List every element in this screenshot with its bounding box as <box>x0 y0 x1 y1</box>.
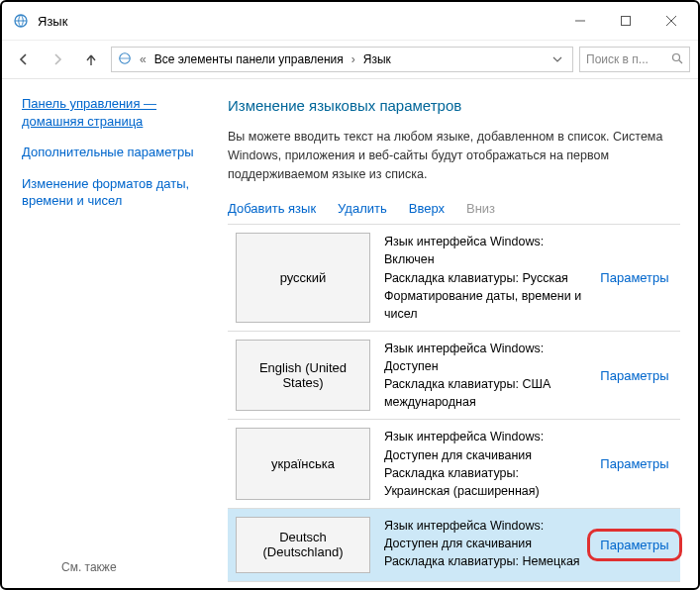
language-toolbar: Добавить язык Удалить Вверх Вниз <box>228 201 680 216</box>
search-icon <box>671 52 683 67</box>
window-title: Язык <box>38 14 67 29</box>
address-bar: « Все элементы панели управления › Язык … <box>2 40 698 79</box>
globe-language-icon <box>12 12 30 30</box>
search-input[interactable]: Поиск в п... <box>579 47 690 72</box>
language-tile[interactable]: українська <box>236 428 370 500</box>
see-also-label: См. также <box>61 560 117 574</box>
breadcrumb-leaf[interactable]: Язык <box>363 52 391 66</box>
language-window: Язык « Все элементы панели управления › … <box>0 0 700 590</box>
sidebar: Панель управления — домашняя страница До… <box>2 79 228 588</box>
svg-point-6 <box>673 53 680 60</box>
maximize-button[interactable] <box>603 6 649 36</box>
language-action: Параметры <box>589 332 680 420</box>
language-info: Язык интерфейса Windows: ДоступенРасклад… <box>378 332 589 420</box>
language-action: Параметры <box>589 509 680 581</box>
options-link[interactable]: Параметры <box>587 529 681 561</box>
language-row[interactable]: українськаЯзык интерфейса Windows: Досту… <box>228 420 680 509</box>
options-link[interactable]: Параметры <box>600 456 668 471</box>
globe-language-icon <box>118 51 132 68</box>
language-tile[interactable]: русский <box>236 233 370 323</box>
sidebar-home-link[interactable]: Панель управления — домашняя страница <box>22 95 216 130</box>
language-tile[interactable]: Deutsch (Deutschland) <box>236 517 370 573</box>
minimize-button[interactable] <box>557 6 603 36</box>
sidebar-advanced-link[interactable]: Дополнительные параметры <box>22 144 216 161</box>
up-button[interactable] <box>77 46 105 73</box>
chevron-left-icon: « <box>138 52 149 66</box>
remove-language-button[interactable]: Удалить <box>338 201 387 216</box>
language-row[interactable]: English (United States)Язык интерфейса W… <box>228 332 680 421</box>
page-title: Изменение языковых параметров <box>228 97 680 114</box>
language-action: Параметры <box>589 420 680 508</box>
language-info: Язык интерфейса Windows: Доступен для ск… <box>378 420 589 508</box>
add-language-button[interactable]: Добавить язык <box>228 201 316 216</box>
svg-line-7 <box>679 60 682 63</box>
close-button[interactable] <box>649 6 694 36</box>
address-dropdown[interactable] <box>549 54 566 64</box>
back-button[interactable] <box>10 46 38 73</box>
svg-rect-2 <box>622 17 631 26</box>
language-row[interactable]: Deutsch (Deutschland)Язык интерфейса Win… <box>228 509 680 582</box>
language-info: Язык интерфейса Windows: Доступен для ск… <box>378 509 589 581</box>
main-content: Изменение языковых параметров Вы можете … <box>228 79 698 588</box>
chevron-right-icon: › <box>350 52 357 66</box>
move-down-button[interactable]: Вниз <box>466 201 495 216</box>
breadcrumb[interactable]: « Все элементы панели управления › Язык <box>111 47 573 72</box>
forward-button[interactable] <box>44 46 71 73</box>
options-link[interactable]: Параметры <box>600 368 668 383</box>
page-description: Вы можете вводить текст на любом языке, … <box>228 128 680 183</box>
language-tile[interactable]: English (United States) <box>236 340 370 412</box>
search-placeholder: Поиск в п... <box>586 52 649 66</box>
language-action: Параметры <box>589 225 680 331</box>
language-list: русскийЯзык интерфейса Windows: ВключенР… <box>228 224 680 582</box>
titlebar: Язык <box>2 2 698 40</box>
sidebar-datetime-link[interactable]: Изменение форматов даты, времени и чисел <box>22 175 216 210</box>
language-info: Язык интерфейса Windows: ВключенРаскладк… <box>378 225 589 331</box>
move-up-button[interactable]: Вверх <box>409 201 445 216</box>
options-link[interactable]: Параметры <box>600 270 668 285</box>
language-row[interactable]: русскийЯзык интерфейса Windows: ВключенР… <box>228 225 680 332</box>
breadcrumb-root[interactable]: Все элементы панели управления <box>154 52 344 66</box>
